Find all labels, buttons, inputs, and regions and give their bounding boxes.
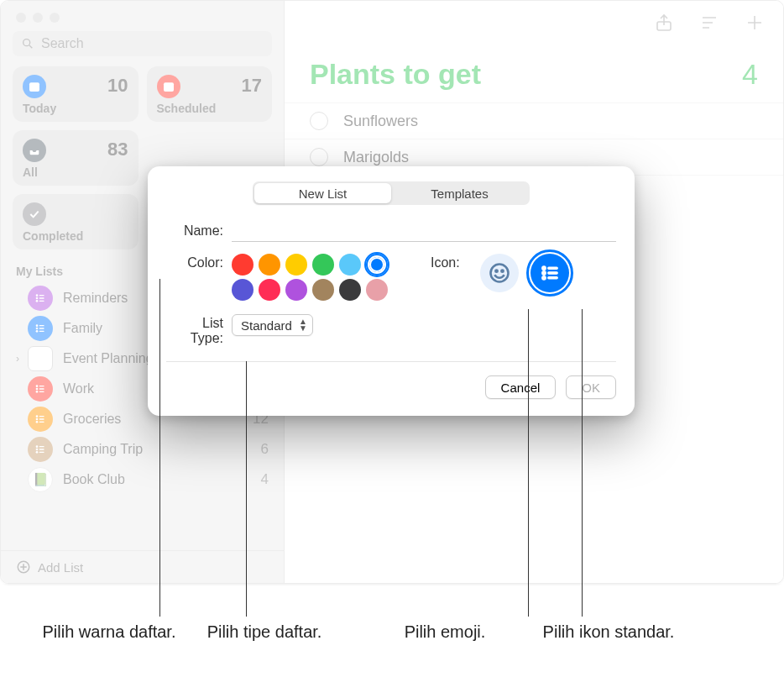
svg-point-5 <box>36 294 39 297</box>
emoji-icon-picker[interactable] <box>480 254 519 292</box>
svg-rect-12 <box>39 325 44 326</box>
svg-rect-20 <box>39 388 44 389</box>
svg-rect-32 <box>39 449 44 449</box>
svg-point-11 <box>36 324 39 327</box>
svg-line-1 <box>29 45 32 48</box>
svg-rect-6 <box>39 295 44 296</box>
smart-scheduled[interactable]: 17 Scheduled <box>147 66 273 122</box>
svg-point-23 <box>36 415 39 417</box>
smiley-icon <box>488 261 511 285</box>
svg-point-44 <box>490 265 508 282</box>
list-icon <box>28 376 53 402</box>
smart-all[interactable]: 83 All <box>13 130 139 186</box>
svg-rect-22 <box>39 391 44 392</box>
reminder-text: Sunflowers <box>343 113 418 130</box>
new-list-dialog: New List Templates Name: Color: Icon: Li… <box>148 166 635 416</box>
svg-point-33 <box>36 451 39 454</box>
search-input[interactable]: Search <box>13 31 272 56</box>
calendar-icon <box>157 75 180 98</box>
svg-rect-48 <box>547 267 557 269</box>
sidebar-list-item[interactable]: ›Camping Trip6 <box>1 434 284 465</box>
svg-point-15 <box>36 330 39 333</box>
color-swatch[interactable] <box>339 254 361 276</box>
svg-rect-16 <box>39 331 44 332</box>
name-input[interactable] <box>232 222 616 242</box>
complete-toggle[interactable] <box>310 112 328 130</box>
list-count: 4 <box>248 471 269 488</box>
dialog-buttons: Cancel OK <box>166 375 616 399</box>
list-count: 6 <box>248 441 269 458</box>
color-swatch[interactable] <box>232 279 253 301</box>
search-icon <box>21 37 34 50</box>
chevron-right-icon: › <box>16 353 26 365</box>
add-list-button[interactable]: Add List <box>1 550 284 583</box>
color-swatch[interactable] <box>366 254 388 276</box>
smart-today[interactable]: 10 Today <box>13 66 139 122</box>
color-swatch[interactable] <box>312 254 334 276</box>
list-bullet-icon <box>538 261 562 285</box>
tab-templates[interactable]: Templates <box>391 183 528 203</box>
list-icon <box>28 286 53 311</box>
svg-rect-50 <box>547 272 557 274</box>
list-type-label: List Type: <box>166 314 232 346</box>
close-icon[interactable] <box>16 13 26 23</box>
calendar-icon <box>23 75 46 98</box>
callout-color: Pilih warna daftar. <box>34 622 185 643</box>
svg-point-13 <box>36 328 39 330</box>
color-swatch[interactable] <box>312 279 334 301</box>
name-label: Name: <box>166 222 232 239</box>
minimize-icon[interactable] <box>33 13 43 23</box>
icon-label: Icon: <box>431 254 468 292</box>
svg-point-0 <box>24 39 30 46</box>
add-icon[interactable] <box>745 13 765 33</box>
zoom-icon[interactable] <box>50 13 60 23</box>
standard-icon-picker[interactable] <box>531 254 569 292</box>
ok-button[interactable]: OK <box>566 375 616 399</box>
svg-rect-4 <box>164 82 174 92</box>
svg-point-9 <box>36 300 39 302</box>
reminder-item[interactable]: Sunflowers <box>285 102 783 139</box>
complete-toggle[interactable] <box>310 148 328 166</box>
list-header: Plants to get 4 <box>285 33 783 102</box>
cancel-button[interactable]: Cancel <box>485 375 557 399</box>
color-icon-row: Color: Icon: <box>166 254 616 301</box>
plus-circle-icon <box>16 559 31 575</box>
svg-point-21 <box>36 391 39 393</box>
smart-today-label: Today <box>23 102 128 115</box>
list-icon <box>28 407 53 432</box>
svg-rect-34 <box>39 452 44 453</box>
list-icon <box>28 346 53 371</box>
sidebar-list-item[interactable]: ›📗Book Club4 <box>1 465 284 495</box>
page-title: Plants to get <box>310 58 481 91</box>
color-swatch[interactable] <box>339 279 361 301</box>
dialog-tabs: New List Templates <box>253 181 530 205</box>
list-icon <box>28 437 53 462</box>
list-type-select[interactable]: Standard ▲▼ <box>232 314 313 336</box>
updown-icon: ▲▼ <box>299 318 307 332</box>
smart-all-count: 83 <box>107 139 128 160</box>
svg-point-45 <box>495 270 497 272</box>
icon-block: Icon: <box>431 254 616 292</box>
color-swatch[interactable] <box>259 279 280 301</box>
smart-completed[interactable]: Completed <box>13 194 139 249</box>
svg-rect-26 <box>39 418 44 419</box>
color-swatch[interactable] <box>232 254 253 276</box>
color-swatch[interactable] <box>285 279 307 301</box>
reminder-list: SunflowersMarigolds <box>285 102 783 176</box>
svg-point-31 <box>36 449 39 451</box>
details-icon[interactable] <box>699 13 719 33</box>
color-swatch[interactable] <box>285 254 307 276</box>
svg-rect-14 <box>39 328 44 328</box>
smart-completed-label: Completed <box>23 229 128 243</box>
toolbar <box>285 1 783 33</box>
add-list-label: Add List <box>38 560 83 575</box>
callout-standard: Pilih ikon standar. <box>537 622 680 643</box>
svg-rect-18 <box>39 386 44 386</box>
search-placeholder: Search <box>41 36 84 51</box>
color-swatch[interactable] <box>366 279 388 301</box>
tab-new-list[interactable]: New List <box>254 183 391 203</box>
svg-rect-10 <box>39 301 44 302</box>
color-swatch[interactable] <box>259 254 280 276</box>
share-icon[interactable] <box>654 13 674 33</box>
list-icon: 📗 <box>28 467 53 492</box>
